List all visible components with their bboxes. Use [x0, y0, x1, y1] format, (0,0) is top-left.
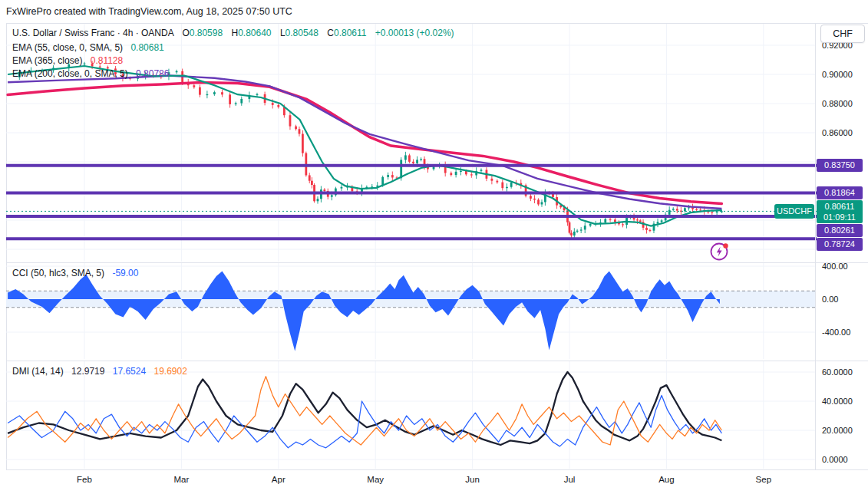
lightning-trade-icon[interactable] — [709, 240, 731, 262]
time-tick-label: Sep — [756, 475, 771, 484]
dmi-tick-label: 20.0000 — [822, 426, 853, 435]
time-tick-label: Jun — [465, 475, 480, 484]
dmi-plus-di-value: 17.6524 — [113, 366, 146, 377]
ema55-value: 0.80681 — [130, 42, 163, 53]
price-tick-label: 0.88000 — [822, 99, 853, 108]
ema55-label: EMA (55, close, 0, SMA, 5) — [12, 42, 123, 53]
watermark-text: FxWirePro created with TradingView.com, … — [6, 6, 292, 17]
dmi-tick-label: 0.0000 — [822, 455, 848, 464]
low-label: L — [280, 28, 285, 38]
close-label: C — [327, 28, 334, 38]
chart-application: FxWirePro created with TradingView.com, … — [0, 0, 868, 494]
dmi-label: DMI (14, 14) — [12, 366, 64, 377]
dmi-legend-row[interactable]: DMI (14, 14) 12.9719 17.6524 19.6902 — [12, 366, 187, 377]
ema200-value: 0.80786 — [136, 68, 169, 79]
current-symbol-tag: USDCHF — [774, 204, 814, 219]
cci-legend-row[interactable]: CCI (50, hlc3, SMA, 5) -59.00 — [12, 268, 138, 278]
symbol-title: U.S. Dollar / Swiss Franc · 4h · OANDA — [12, 28, 173, 38]
cci-label: CCI (50, hlc3, SMA, 5) — [12, 268, 104, 278]
cci-tick-label: -400.00 — [822, 328, 850, 337]
dmi-adx-value: 12.9719 — [71, 366, 104, 377]
change-value: +0.00013 (+0.02%) — [375, 28, 454, 38]
price-tick-label: 0.90000 — [822, 70, 853, 79]
price-level-badge: 0.78724 — [817, 238, 863, 251]
time-tick-label: Aug — [658, 475, 674, 484]
currency-toggle-button[interactable]: CHF — [820, 25, 865, 43]
time-tick-label: May — [367, 475, 384, 484]
time-scale[interactable] — [6, 469, 815, 494]
price-pane[interactable] — [6, 24, 815, 262]
pane-separator-dmi[interactable] — [6, 361, 868, 361]
ema55-legend-row[interactable]: EMA (55, close, 0, SMA, 5) 0.80681 — [12, 42, 164, 53]
time-tick-label: Mar — [173, 475, 189, 484]
price-level-badge: 0.83750 — [817, 159, 863, 172]
close-value: 0.80611 — [334, 28, 367, 38]
lightning-icon — [709, 240, 731, 262]
price-level-badge: 0.8061101:09:11 — [817, 200, 863, 223]
low-value: 0.80548 — [285, 28, 318, 38]
open-value: 0.80598 — [190, 28, 223, 38]
price-tick-label: 0.86000 — [822, 128, 853, 137]
ema365-value: 0.81128 — [91, 55, 124, 66]
pane-separator-cci[interactable] — [6, 262, 868, 263]
dmi-minus-di-value: 19.6902 — [154, 366, 187, 377]
time-tick-label: Apr — [272, 475, 285, 484]
price-level-badge: 0.80261 — [817, 224, 863, 237]
symbol-legend-row[interactable]: U.S. Dollar / Swiss Franc · 4h · OANDA O… — [12, 28, 454, 38]
ema365-label: EMA (365, close) — [12, 55, 82, 66]
high-label: H — [231, 28, 238, 38]
time-tick-label: Jul — [564, 475, 576, 484]
ema365-legend-row[interactable]: EMA (365, close) 0.81128 — [12, 55, 123, 66]
dmi-pane[interactable] — [6, 361, 815, 469]
cci-tick-label: 0.00 — [822, 295, 838, 304]
open-label: O — [182, 28, 189, 38]
notification-dot — [723, 243, 728, 248]
time-tick-label: Feb — [77, 475, 92, 484]
price-axis-separator — [815, 23, 816, 469]
dmi-tick-label: 60.0000 — [822, 367, 853, 377]
time-axis-separator — [6, 469, 868, 470]
price-level-badge: 0.81864 — [817, 186, 863, 199]
ema200-legend-row[interactable]: EMA (200, close, 0, SMA, 5) 0.80786 — [12, 68, 169, 79]
ema200-label: EMA (200, close, 0, SMA, 5) — [12, 68, 128, 79]
high-value: 0.80640 — [238, 28, 271, 38]
cci-value: -59.00 — [112, 268, 138, 278]
dmi-tick-label: 40.0000 — [822, 397, 853, 406]
